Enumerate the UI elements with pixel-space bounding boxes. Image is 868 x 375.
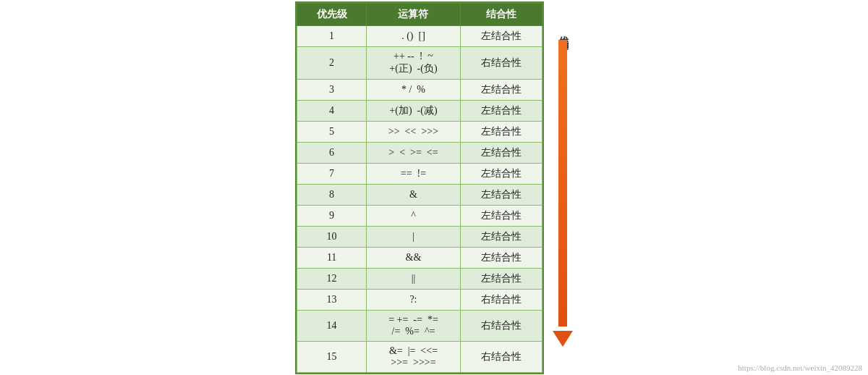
table-row: 10|左结合性 (297, 226, 542, 247)
cell-priority: 12 (297, 268, 367, 289)
cell-priority: 13 (297, 289, 367, 310)
cell-associativity: 左结合性 (460, 121, 542, 142)
cell-operator: && (367, 247, 460, 268)
priority-arrow-group: 优先级下降 (553, 28, 573, 347)
cell-associativity: 左结合性 (460, 247, 542, 268)
cell-associativity: 左结合性 (460, 25, 542, 46)
cell-associativity: 右结合性 (460, 310, 542, 341)
cell-operator: & (367, 184, 460, 205)
cell-associativity: 右结合性 (460, 46, 542, 79)
cell-associativity: 左结合性 (460, 142, 542, 163)
cell-operator: | (367, 226, 460, 247)
cell-associativity: 左结合性 (460, 100, 542, 121)
table-row: 13?:右结合性 (297, 289, 542, 310)
cell-operator: . () [] (367, 25, 460, 46)
cell-priority: 14 (297, 310, 367, 341)
cell-priority: 9 (297, 205, 367, 226)
cell-priority: 4 (297, 100, 367, 121)
cell-associativity: 右结合性 (460, 341, 542, 372)
arrow-line (558, 40, 567, 326)
table-wrapper: 优先级 运算符 结合性 1. () []左结合性2++ -- ! ~ +(正) … (295, 1, 544, 374)
table-row: 14= += -= *= /= %= ^=右结合性 (297, 310, 542, 341)
cell-priority: 1 (297, 25, 367, 46)
cell-operator: ?: (367, 289, 460, 310)
arrow-down (553, 331, 573, 347)
cell-operator: ++ -- ! ~ +(正) -(负) (367, 46, 460, 79)
cell-associativity: 左结合性 (460, 226, 542, 247)
operator-table: 优先级 运算符 结合性 1. () []左结合性2++ -- ! ~ +(正) … (297, 3, 542, 373)
header-operator: 运算符 (367, 3, 460, 25)
table-row: 3* / %左结合性 (297, 79, 542, 100)
cell-operator: > < >= <= (367, 142, 460, 163)
cell-priority: 8 (297, 184, 367, 205)
cell-associativity: 左结合性 (460, 79, 542, 100)
cell-priority: 7 (297, 163, 367, 184)
cell-operator: = += -= *= /= %= ^= (367, 310, 460, 341)
header-associativity: 结合性 (460, 3, 542, 25)
table-row: 11&&左结合性 (297, 247, 542, 268)
watermark: https://blog.csdn.net/weixin_42089228 (738, 363, 862, 372)
cell-priority: 10 (297, 226, 367, 247)
arrow-label: 优先级下降 (556, 28, 569, 35)
cell-priority: 6 (297, 142, 367, 163)
cell-operator: ^ (367, 205, 460, 226)
cell-operator: +(加) -(减) (367, 100, 460, 121)
cell-operator: == != (367, 163, 460, 184)
cell-priority: 3 (297, 79, 367, 100)
cell-associativity: 左结合性 (460, 163, 542, 184)
cell-operator: >> << >>> (367, 121, 460, 142)
cell-operator: * / % (367, 79, 460, 100)
table-row: 5>> << >>>左结合性 (297, 121, 542, 142)
cell-priority: 15 (297, 341, 367, 372)
table-row: 1. () []左结合性 (297, 25, 542, 46)
cell-associativity: 左结合性 (460, 205, 542, 226)
table-row: 12||左结合性 (297, 268, 542, 289)
cell-priority: 11 (297, 247, 367, 268)
cell-associativity: 右结合性 (460, 289, 542, 310)
cell-associativity: 左结合性 (460, 268, 542, 289)
cell-associativity: 左结合性 (460, 184, 542, 205)
table-row: 2++ -- ! ~ +(正) -(负)右结合性 (297, 46, 542, 79)
table-row: 15&= |= <<= >>= >>>=右结合性 (297, 341, 542, 372)
main-container: 优先级 运算符 结合性 1. () []左结合性2++ -- ! ~ +(正) … (295, 1, 573, 374)
cell-operator: || (367, 268, 460, 289)
table-row: 9^左结合性 (297, 205, 542, 226)
table-row: 4+(加) -(减)左结合性 (297, 100, 542, 121)
table-row: 8&左结合性 (297, 184, 542, 205)
cell-priority: 2 (297, 46, 367, 79)
header-priority: 优先级 (297, 3, 367, 25)
cell-operator: &= |= <<= >>= >>>= (367, 341, 460, 372)
table-row: 6> < >= <=左结合性 (297, 142, 542, 163)
table-row: 7== !=左结合性 (297, 163, 542, 184)
cell-priority: 5 (297, 121, 367, 142)
